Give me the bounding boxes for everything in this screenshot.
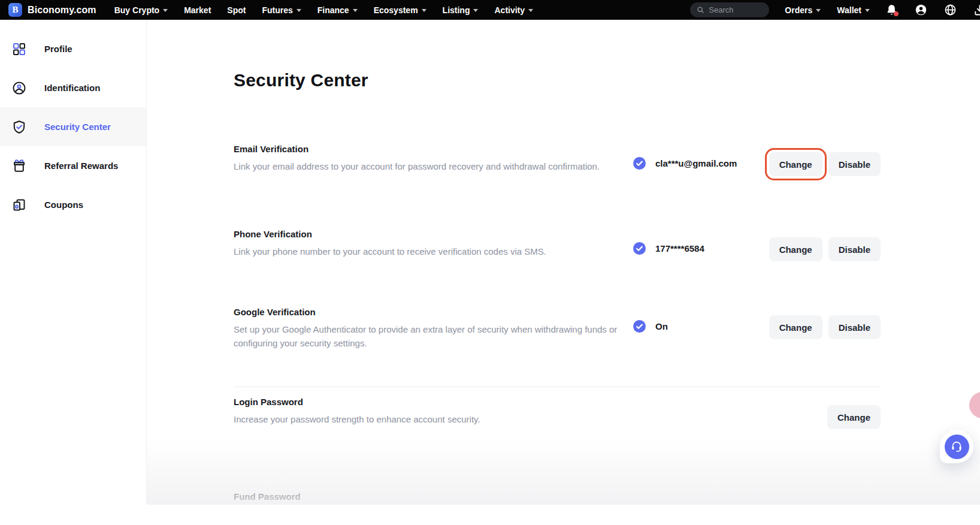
grid-icon bbox=[11, 41, 27, 57]
section-info: Google VerificationSet up your Google Au… bbox=[234, 307, 622, 350]
sidebar-item-referral-rewards[interactable]: Referral Rewards bbox=[0, 146, 146, 185]
section-divider bbox=[234, 387, 881, 387]
main-nav: Buy CryptoMarketSpotFuturesFinanceEcosys… bbox=[114, 5, 533, 15]
section-description: Set up your Google Authenticator to prov… bbox=[234, 322, 622, 350]
section-info: Email VerificationLink your email addres… bbox=[234, 144, 622, 173]
sidebar-item-label: Identification bbox=[44, 83, 100, 93]
support-chat-button[interactable] bbox=[940, 430, 973, 463]
disable-button[interactable]: Disable bbox=[828, 152, 881, 176]
verified-check-icon bbox=[633, 320, 646, 333]
section-actions: ChangeDisable bbox=[769, 152, 881, 176]
section-info: Login PasswordIncrease your password str… bbox=[234, 397, 622, 426]
nav-item-listing[interactable]: Listing bbox=[443, 5, 479, 15]
identification-icon bbox=[11, 80, 27, 96]
section-title: Fund Password bbox=[234, 491, 622, 502]
nav-item-activity[interactable]: Activity bbox=[494, 5, 533, 15]
disable-button[interactable]: Disable bbox=[828, 237, 881, 261]
chevron-down-icon bbox=[816, 9, 821, 12]
page-title: Security Center bbox=[234, 70, 368, 90]
top-navbar: B Biconomy.com Buy CryptoMarketSpotFutur… bbox=[0, 0, 980, 20]
account-sidebar: Profile Identification Security Center R… bbox=[0, 20, 147, 505]
section-actions: Change bbox=[827, 405, 881, 429]
section-title: Login Password bbox=[234, 397, 622, 407]
nav-item-orders[interactable]: Orders bbox=[785, 5, 821, 15]
section-title: Google Verification bbox=[234, 307, 622, 317]
security-row-login-password: Login PasswordIncrease your password str… bbox=[234, 397, 881, 429]
bottom-margin bbox=[0, 505, 980, 525]
nav-item-buy-crypto[interactable]: Buy Crypto bbox=[114, 5, 168, 15]
main-content: Security Center Email VerificationLink y… bbox=[147, 20, 980, 525]
brand[interactable]: B Biconomy.com bbox=[8, 3, 96, 17]
nav-item-wallet[interactable]: Wallet bbox=[837, 5, 870, 15]
nav-item-label: Ecosystem bbox=[374, 5, 418, 15]
section-title: Phone Verification bbox=[234, 229, 622, 239]
status-value: 177****6584 bbox=[655, 243, 704, 254]
chevron-down-icon bbox=[163, 9, 168, 12]
globe-icon[interactable] bbox=[944, 4, 957, 16]
nav-item-label: Finance bbox=[317, 5, 349, 15]
chevron-down-icon bbox=[353, 9, 358, 12]
section-title: Email Verification bbox=[234, 144, 622, 154]
sidebar-item-label: Coupons bbox=[44, 200, 83, 210]
nav-item-label: Orders bbox=[785, 5, 812, 15]
section-status: On bbox=[633, 320, 668, 333]
notification-dot bbox=[894, 11, 899, 16]
search-icon bbox=[697, 6, 704, 14]
section-info: Phone VerificationLink your phone number… bbox=[234, 229, 622, 258]
chevron-down-icon bbox=[528, 9, 533, 12]
sidebar-item-label: Profile bbox=[44, 44, 72, 54]
verified-check-icon bbox=[633, 242, 646, 255]
section-status: 177****6584 bbox=[633, 242, 704, 255]
nav-item-label: Buy Crypto bbox=[114, 5, 159, 15]
change-button[interactable]: Change bbox=[769, 237, 822, 261]
change-button-highlighted[interactable]: Change bbox=[769, 152, 822, 176]
security-row-google-verification: Google VerificationSet up your Google Au… bbox=[234, 307, 881, 350]
nav-right-links: OrdersWallet bbox=[785, 5, 870, 15]
section-actions: ChangeDisable bbox=[769, 237, 881, 261]
nav-right-icons bbox=[885, 4, 980, 16]
nav-item-futures[interactable]: Futures bbox=[262, 5, 301, 15]
section-description: Link your phone number to your account t… bbox=[234, 245, 622, 258]
chevron-down-icon bbox=[473, 9, 478, 12]
nav-item-market[interactable]: Market bbox=[184, 5, 211, 15]
verified-check-icon bbox=[633, 157, 646, 170]
nav-item-label: Futures bbox=[262, 5, 292, 15]
section-status: cla***u@gmail.com bbox=[633, 157, 737, 170]
section-actions: ChangeDisable bbox=[769, 315, 881, 339]
sidebar-item-label: Security Center bbox=[44, 122, 111, 132]
gift-icon bbox=[11, 158, 27, 174]
nav-item-label: Spot bbox=[227, 5, 246, 15]
nav-item-label: Activity bbox=[494, 5, 525, 15]
disable-button[interactable]: Disable bbox=[828, 315, 881, 339]
sidebar-item-coupons[interactable]: Coupons bbox=[0, 185, 146, 224]
security-row-email-verification: Email VerificationLink your email addres… bbox=[234, 144, 881, 176]
sidebar-item-security-center[interactable]: Security Center bbox=[0, 107, 146, 146]
nav-item-label: Market bbox=[184, 5, 211, 15]
brand-name: Biconomy.com bbox=[28, 5, 96, 16]
chevron-down-icon bbox=[297, 9, 301, 12]
coupon-icon bbox=[11, 197, 27, 213]
headset-icon bbox=[945, 435, 969, 459]
download-icon[interactable] bbox=[973, 4, 980, 16]
nav-item-label: Wallet bbox=[837, 5, 861, 15]
nav-item-finance[interactable]: Finance bbox=[317, 5, 358, 15]
chevron-down-icon bbox=[865, 9, 870, 12]
nav-item-ecosystem[interactable]: Ecosystem bbox=[374, 5, 427, 15]
search-box[interactable] bbox=[690, 2, 769, 17]
nav-item-label: Listing bbox=[443, 5, 470, 15]
nav-item-spot[interactable]: Spot bbox=[227, 5, 246, 15]
sidebar-item-profile[interactable]: Profile bbox=[0, 29, 146, 68]
biconomy-logo-icon: B bbox=[8, 3, 22, 17]
change-button[interactable]: Change bbox=[827, 405, 881, 429]
shield-check-icon bbox=[11, 119, 27, 135]
sidebar-item-identification[interactable]: Identification bbox=[0, 68, 146, 107]
section-description: Increase your password strength to enhan… bbox=[234, 412, 622, 426]
navbar-right: OrdersWallet bbox=[690, 2, 980, 17]
account-icon[interactable] bbox=[915, 4, 927, 16]
security-row-phone-verification: Phone VerificationLink your phone number… bbox=[234, 229, 881, 261]
search-input[interactable] bbox=[709, 5, 763, 14]
bell-icon[interactable] bbox=[885, 4, 898, 16]
section-description: Link your email address to your account … bbox=[234, 159, 622, 173]
change-button[interactable]: Change bbox=[769, 315, 822, 339]
status-value: On bbox=[655, 321, 668, 331]
